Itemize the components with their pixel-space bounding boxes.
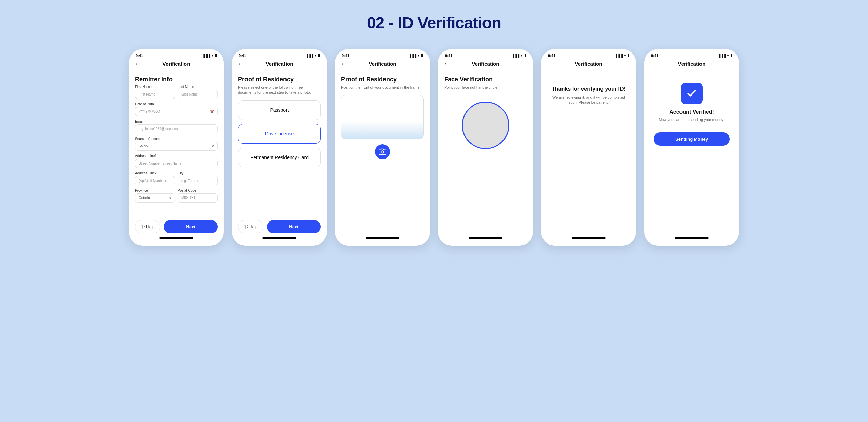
nav-title-1: Verification bbox=[163, 61, 190, 67]
home-indicator-2 bbox=[262, 237, 296, 239]
last-name-input[interactable]: Last Name bbox=[178, 90, 218, 99]
wifi-icon-1: ▾ bbox=[212, 53, 214, 58]
screen4-phone: 9:41 ▐▐▐ ▾ ▮ ← Verification Face Verific… bbox=[438, 49, 533, 246]
battery-icon-2: ▮ bbox=[318, 53, 320, 58]
screen3-content: Proof of Residency Position the front of… bbox=[335, 70, 430, 233]
email-label: Email bbox=[135, 120, 218, 123]
back-button-4[interactable]: ← bbox=[443, 60, 450, 67]
postal-group: Postal Code M5X 1X1 bbox=[178, 189, 218, 203]
screen1-title: Remitter Info bbox=[135, 76, 218, 83]
signal-icon-4: ▐▐▐ bbox=[512, 54, 519, 58]
wifi-icon-5: ▾ bbox=[624, 53, 626, 58]
status-time-3: 9:41 bbox=[342, 54, 349, 58]
home-indicator-3 bbox=[366, 237, 399, 239]
nav-bar-3: ← Verification bbox=[335, 59, 430, 70]
dob-group: Date of Birth YYYY/MM/DD 📅 bbox=[135, 102, 218, 116]
first-name-input[interactable]: First Name bbox=[135, 90, 175, 99]
status-time-6: 9:41 bbox=[651, 54, 658, 58]
back-button-3[interactable]: ← bbox=[340, 60, 347, 67]
nav-bar-2: ← Verification bbox=[232, 59, 327, 70]
verified-container: Account Verified! Now you can start send… bbox=[650, 76, 733, 146]
battery-icon-3: ▮ bbox=[421, 53, 423, 58]
camera-frame bbox=[341, 95, 424, 139]
email-input[interactable]: e.g. bruce1234@xxxxx.com bbox=[135, 124, 218, 133]
nav-bar-6: Verification bbox=[644, 59, 739, 70]
city-group: City e.g. Toronto bbox=[178, 171, 218, 185]
screen2-subtitle: Please select one of the following three… bbox=[238, 85, 321, 96]
help-button-1[interactable]: ⓘ Help bbox=[135, 220, 160, 233]
face-circle-container bbox=[444, 95, 527, 154]
screen4-content: Face Verification Point your face right … bbox=[438, 70, 533, 233]
battery-icon-1: ▮ bbox=[215, 53, 217, 58]
postal-input[interactable]: M5X 1X1 bbox=[178, 193, 218, 203]
dob-input[interactable]: YYYY/MM/DD 📅 bbox=[135, 107, 218, 116]
home-indicator-5 bbox=[572, 237, 606, 239]
status-time-4: 9:41 bbox=[445, 54, 452, 58]
status-bar-2: 9:41 ▐▐▐ ▾ ▮ bbox=[232, 49, 327, 59]
screen1-phone: 9:41 ▐▐▐ ▾ ▮ ← Verification Remitter Inf… bbox=[129, 49, 224, 246]
wifi-icon-4: ▾ bbox=[521, 53, 523, 58]
address2-group: Address Line2 (Apt/Unit Number) bbox=[135, 171, 175, 185]
home-indicator-1 bbox=[159, 237, 193, 239]
home-indicator-4 bbox=[469, 237, 502, 239]
chevron-down-icon-province: ∨ bbox=[169, 196, 171, 200]
screen5-content: Thanks for verifying your ID! We are rev… bbox=[541, 70, 636, 233]
battery-icon-4: ▮ bbox=[524, 53, 526, 58]
status-icons-6: ▐▐▐ ▾ ▮ bbox=[718, 53, 732, 58]
nav-bar-1: ← Verification bbox=[129, 59, 224, 70]
next-button-1[interactable]: Next bbox=[164, 220, 218, 233]
sending-money-button[interactable]: Sending Money bbox=[654, 132, 730, 146]
status-bar-5: 9:41 ▐▐▐ ▾ ▮ bbox=[541, 49, 636, 59]
city-input[interactable]: e.g. Toronto bbox=[178, 176, 218, 185]
signal-icon-2: ▐▐▐ bbox=[305, 54, 313, 58]
province-value: Ontario bbox=[139, 196, 150, 200]
last-name-label: Last Name bbox=[178, 85, 218, 89]
screen4-subtitle: Point your face right at the circle. bbox=[444, 85, 527, 90]
nav-title-6: Verification bbox=[678, 61, 706, 67]
check-badge bbox=[681, 83, 703, 104]
camera-button[interactable] bbox=[375, 144, 390, 159]
help-button-2[interactable]: ⓘ Help bbox=[238, 220, 263, 233]
status-icons-1: ▐▐▐ ▾ ▮ bbox=[202, 53, 217, 58]
status-time-2: 9:41 bbox=[239, 54, 246, 58]
next-button-2[interactable]: Next bbox=[267, 220, 321, 233]
back-button-1[interactable]: ← bbox=[134, 60, 140, 67]
income-label: Source of Income bbox=[135, 137, 218, 141]
residency-card-option[interactable]: Permanent Residency Card bbox=[238, 148, 321, 167]
province-select[interactable]: Ontario ∨ bbox=[135, 193, 175, 203]
battery-icon-5: ▮ bbox=[627, 53, 629, 58]
income-group: Source of Income Salary ∨ bbox=[135, 137, 218, 151]
screen1-content: Remitter Info First Name First Name Last… bbox=[129, 70, 224, 217]
status-time-1: 9:41 bbox=[136, 54, 143, 58]
passport-option[interactable]: Passport bbox=[238, 100, 321, 120]
province-group: Province Ontario ∨ bbox=[135, 189, 175, 203]
address2-row: Address Line2 (Apt/Unit Number) City e.g… bbox=[135, 171, 218, 185]
help-icon-2: ⓘ bbox=[244, 224, 248, 230]
screen2-phone: 9:41 ▐▐▐ ▾ ▮ ← Verification Proof of Res… bbox=[232, 49, 327, 246]
screen5-phone: 9:41 ▐▐▐ ▾ ▮ Verification Thanks for ver… bbox=[541, 49, 636, 246]
wifi-icon-3: ▾ bbox=[418, 53, 420, 58]
back-button-2[interactable]: ← bbox=[237, 60, 243, 67]
status-bar-4: 9:41 ▐▐▐ ▾ ▮ bbox=[438, 49, 533, 59]
verified-text: Now you can start sending your money! bbox=[659, 117, 724, 122]
drive-license-option[interactable]: Drive License bbox=[238, 124, 321, 144]
screen4-title: Face Verification bbox=[444, 76, 527, 83]
nav-bar-4: ← Verification bbox=[438, 59, 533, 70]
wifi-icon-6: ▾ bbox=[727, 53, 729, 58]
signal-icon-3: ▐▐▐ bbox=[409, 54, 416, 58]
city-label: City bbox=[178, 171, 218, 175]
help-label-1: Help bbox=[146, 225, 155, 229]
dob-label: Date of Birth bbox=[135, 102, 218, 106]
dob-placeholder: YYYY/MM/DD bbox=[139, 110, 160, 113]
address2-input[interactable]: (Apt/Unit Number) bbox=[135, 176, 175, 185]
screen3-subtitle: Position the front of your document in t… bbox=[341, 85, 424, 90]
nav-title-5: Verification bbox=[575, 61, 603, 67]
verified-title: Account Verified! bbox=[669, 109, 714, 115]
first-name-label: First Name bbox=[135, 85, 175, 89]
screen3-phone: 9:41 ▐▐▐ ▾ ▮ ← Verification Proof of Res… bbox=[335, 49, 430, 246]
thanks-title: Thanks for verifying your ID! bbox=[552, 86, 626, 92]
screen6-phone: 9:41 ▐▐▐ ▾ ▮ Verification Account Verifi… bbox=[644, 49, 739, 246]
income-select[interactable]: Salary ∨ bbox=[135, 142, 218, 151]
status-time-5: 9:41 bbox=[548, 54, 555, 58]
address1-input[interactable]: Street Number, Street Name bbox=[135, 159, 218, 168]
